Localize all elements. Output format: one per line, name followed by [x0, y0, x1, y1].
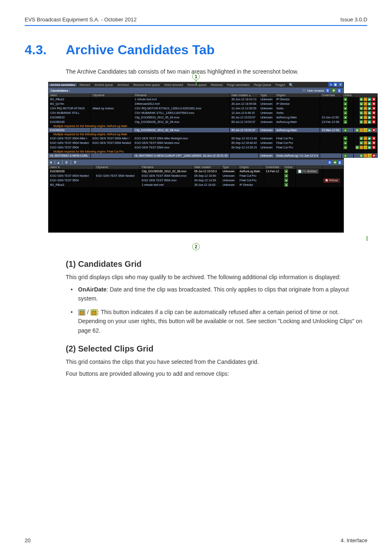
row-action-icon[interactable]: 🔒: [360, 128, 363, 132]
row-action-icon[interactable]: 🔒: [364, 97, 367, 101]
move-down-icon[interactable]: ▾: [50, 160, 52, 164]
row-action-icon[interactable]: ⚠: [364, 128, 367, 132]
table-row[interactable]: EGO GEN TEST 0504 NestedEGO GEN TEST 050…: [48, 173, 344, 178]
table-row[interactable]: HL 004725MO S-NEW-CUMLHL 004725MO S-NEW-…: [48, 153, 378, 158]
table-row[interactable]: BS_RBus31 minute test.mxf20-Jun-12 18:42…: [48, 97, 378, 102]
row-action-icon[interactable]: 🗎: [355, 128, 359, 132]
col2-origins[interactable]: Origins: [238, 165, 264, 169]
move-up-icon[interactable]: ▴: [58, 160, 60, 164]
col-origins[interactable]: Origins: [274, 93, 320, 97]
search-icon[interactable]: 🔍: [289, 83, 293, 87]
row-action-icon[interactable]: 🔒: [364, 106, 367, 110]
row-action-icon[interactable]: 🗎: [360, 136, 363, 140]
table-row[interactable]: EGO00102Clip_EGO00102_2012_02_08.mov05-J…: [48, 128, 378, 132]
move-all-down-icon[interactable]: ⤋: [65, 160, 68, 164]
table-row[interactable]: EGO GEN TEST 0504 After IEGO GEN TEST 05…: [48, 136, 378, 141]
archive-button[interactable]: 📄Fin Archive: [297, 169, 318, 173]
row-action-icon[interactable]: 🔒: [364, 111, 367, 115]
col-clipname[interactable]: Clipname: [90, 93, 133, 97]
row-action-icon[interactable]: 🗎: [360, 97, 363, 101]
row-action-icon[interactable]: 🔒: [364, 141, 367, 145]
icon-box-1[interactable]: ⇲: [328, 82, 333, 87]
row-action-icon[interactable]: 🔒: [364, 116, 367, 119]
table-row[interactable]: EGO00010Clip_EGO00010_2012_05_04.mov05-J…: [48, 115, 378, 120]
row-action-icon[interactable]: 🔒: [364, 120, 367, 124]
col2-date-created[interactable]: Date created: [192, 165, 221, 169]
col-online[interactable]: Online: [341, 93, 353, 97]
row-action-icon[interactable]: 🗎: [360, 120, 363, 124]
row-action-icon[interactable]: ▶: [368, 97, 371, 101]
move-all-up-icon[interactable]: ⤊: [74, 160, 77, 164]
header-icon-note[interactable]: 🗎: [326, 88, 330, 92]
table-row[interactable]: CSV IRQ MOTOR ATTACKAttack by motorsCSV …: [48, 106, 378, 111]
col2-type[interactable]: Type: [221, 165, 238, 169]
row-action-icon[interactable]: 🔒: [364, 102, 367, 106]
row-action-icon[interactable]: ▶: [368, 116, 371, 119]
row-action-icon[interactable]: 🗎: [360, 154, 363, 157]
table-row[interactable]: EGO GEN TEST 0504EGO GEN TEST 0504.mov04…: [48, 145, 378, 150]
row-action-icon[interactable]: 🗎: [360, 111, 363, 115]
col-date-created[interactable]: Date created: [230, 93, 259, 97]
row-action-icon[interactable]: 🗎: [355, 146, 359, 149]
tab-restored[interactable]: Restored: [209, 83, 225, 86]
tab-archive-queue[interactable]: Archive queue: [92, 83, 115, 86]
row-action-icon[interactable]: 🗎: [360, 102, 363, 106]
row-action-icon[interactable]: ▶: [368, 128, 371, 132]
col2-online[interactable]: Online: [283, 165, 296, 169]
toolbar-icon-add[interactable]: ✚: [333, 160, 337, 164]
row-action-icon[interactable]: ⚠: [368, 154, 371, 157]
tab-restore-queue[interactable]: Restore queue: [185, 83, 209, 86]
tab-archived[interactable]: Archived: [115, 83, 131, 86]
table-row[interactable]: BS_RBus31 minute test.mxf20-Jun-12 18:42…: [48, 183, 344, 187]
row-action-icon[interactable]: 🗎: [360, 141, 363, 145]
row-action-icon[interactable]: ▶: [368, 111, 371, 115]
toolbar-icon-trash[interactable]: 🗑: [338, 160, 342, 164]
col2-onairdate[interactable]: OnAirDate: [264, 165, 282, 169]
tab-purge-candidates[interactable]: Purge candidates: [225, 83, 252, 86]
row-action-icon[interactable]: ▶: [368, 141, 371, 145]
row-action-icon[interactable]: ✖: [372, 106, 376, 110]
row-action-icon[interactable]: ✖: [372, 120, 376, 124]
table-row[interactable]: CSV MUBARAK STILLCSV MUBARAK STILL_12061…: [48, 111, 378, 115]
row-action-icon[interactable]: 🗎: [360, 116, 363, 119]
refuse-button[interactable]: ✖ Refuse: [323, 178, 340, 183]
row-action-icon[interactable]: 🔒: [364, 136, 367, 140]
row-action-icon[interactable]: ✖: [372, 97, 376, 101]
col2-clipname[interactable]: Clipname: [94, 165, 140, 169]
row-action-icon[interactable]: ✖: [372, 146, 376, 149]
row-action-icon[interactable]: ▶: [368, 120, 371, 124]
col-varid[interactable]: VarId: [48, 93, 90, 97]
selected-clips-grid[interactable]: VarId ▼ClipnameFilenameDate createdTypeO…: [48, 165, 344, 187]
col2-actions[interactable]: [322, 165, 343, 169]
col2-actions[interactable]: [295, 165, 322, 169]
table-row[interactable]: EGO00100Clip_EGO00100_2012_02_08.mov05-J…: [48, 120, 378, 124]
row-action-icon[interactable]: ✖: [372, 128, 376, 132]
hide-remarks-checkbox[interactable]: ☐: [303, 89, 305, 92]
header-icon-add[interactable]: ✚: [332, 88, 336, 92]
col-actions[interactable]: [354, 93, 378, 97]
row-action-icon[interactable]: 🔒: [364, 154, 367, 157]
row-action-icon[interactable]: ✖: [372, 116, 376, 119]
row-action-icon[interactable]: ✖: [372, 154, 376, 157]
table-row[interactable]: BS_Qv74n24februari2012.mxf20-Jun-12 18:5…: [48, 102, 378, 106]
tab-purge-queue[interactable]: Purge Queue: [252, 83, 274, 86]
table-row[interactable]: EGO GEN TEST 0504 NestedEGO GEN TEST 050…: [48, 141, 378, 145]
col-type[interactable]: Type: [259, 93, 274, 97]
icon-box-3[interactable]: ▾: [338, 82, 343, 87]
tab-purged[interactable]: Purged: [274, 83, 288, 86]
col-onairdate[interactable]: OnAirDate: [320, 93, 341, 97]
table-row[interactable]: EGO00100Clip_EGO00100_2012_02_08.mov05-J…: [48, 169, 344, 173]
row-action-icon[interactable]: ✖: [372, 136, 376, 140]
row-action-icon[interactable]: ▶: [368, 106, 371, 110]
tab-remove-hires-queue[interactable]: Remove hires queue: [131, 83, 162, 86]
row-action-icon[interactable]: ▶: [368, 146, 371, 149]
row-action-icon[interactable]: ✖: [372, 111, 376, 115]
icon-box-2[interactable]: ▣: [333, 82, 338, 87]
row-action-icon[interactable]: ✖: [372, 102, 376, 106]
row-action-icon[interactable]: 🔒: [360, 146, 363, 149]
tab-archive-candidates[interactable]: Archive candidates: [48, 83, 77, 86]
col2-varid[interactable]: VarId ▼: [48, 165, 94, 169]
col-filename[interactable]: Filename: [133, 93, 229, 97]
row-action-icon[interactable]: 🗎: [360, 106, 363, 110]
row-action-icon[interactable]: ▶: [368, 136, 371, 140]
